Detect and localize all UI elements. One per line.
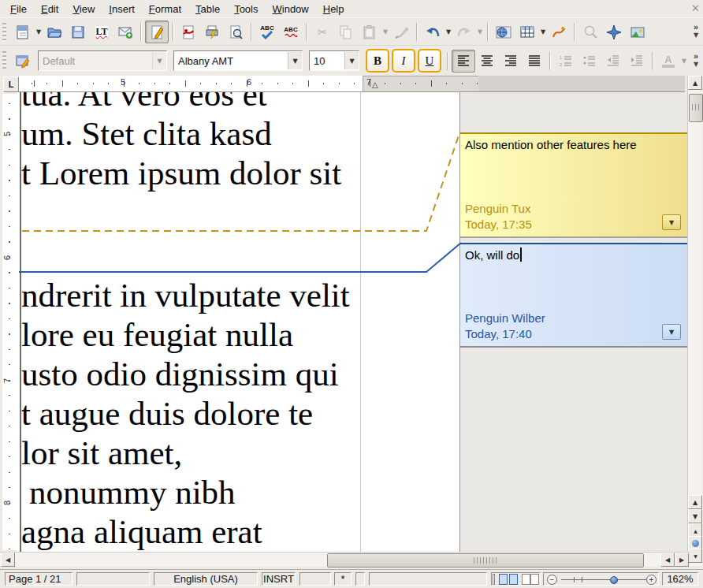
multi-page-view-icon[interactable] <box>498 574 519 585</box>
save-button[interactable] <box>66 20 90 43</box>
font-size-value: 10 <box>310 55 344 67</box>
menu-edit[interactable]: Edit <box>34 2 65 17</box>
toolbar-grip-handle[interactable] <box>2 23 6 42</box>
zoom-slider-cell[interactable]: − + <box>543 572 659 586</box>
toolbar-separator <box>172 23 173 41</box>
language-cell[interactable]: English (USA) <box>154 572 258 586</box>
close-document-icon[interactable]: ✕ <box>691 2 700 14</box>
gallery-button[interactable] <box>626 20 649 43</box>
font-size-dropdown-icon[interactable]: ▼ <box>344 52 359 69</box>
font-color-button: A <box>657 50 680 73</box>
paste-dropdown-arrow: ▼ <box>381 28 389 35</box>
scroll-up-button-bottom[interactable]: ▲ <box>688 495 702 509</box>
toolbar-grip-handle[interactable] <box>2 51 6 70</box>
spellcheck-button[interactable]: ABC <box>255 20 279 43</box>
horizontal-scrollbar[interactable]: ◀ ◀ ▶ <box>0 552 689 567</box>
redo-arrow-icon <box>456 24 472 40</box>
vertical-scrollbar[interactable]: ▲ ▲ ▼ ▲ ▼ <box>687 76 702 566</box>
zoom-slider-track[interactable] <box>561 579 651 580</box>
comment-text[interactable]: Ok, will do <box>460 244 667 266</box>
table-dropdown-arrow[interactable]: ▼ <box>539 28 547 35</box>
page-number-cell[interactable]: Page 1 / 21 <box>5 572 73 586</box>
new-dropdown-arrow[interactable]: ▼ <box>35 28 43 35</box>
menu-table[interactable]: Table <box>188 2 227 17</box>
overflow-down-icon[interactable]: ▼ <box>694 61 698 69</box>
menu-view[interactable]: View <box>65 2 102 17</box>
indent-marker-icon[interactable]: △ <box>372 80 378 89</box>
standard-toolbar-overflow[interactable]: » ▼ <box>690 23 702 39</box>
toolbar-separator <box>416 23 418 41</box>
book-view-icon[interactable] <box>521 574 540 585</box>
insert-table-button[interactable] <box>515 20 539 43</box>
selection-mode-cell[interactable] <box>299 572 331 586</box>
bold-button[interactable]: B <box>366 49 389 73</box>
scroll-left-button-right[interactable]: ◀ <box>660 553 675 567</box>
paragraph-style-combo[interactable]: Default ▼ <box>38 50 167 71</box>
zoom-out-icon[interactable]: − <box>547 575 557 585</box>
undo-dropdown-arrow[interactable]: ▼ <box>444 28 452 35</box>
comment-text[interactable]: Also mention other features here <box>460 134 667 155</box>
font-size-combo[interactable]: 10 ▼ <box>309 50 359 71</box>
document-canvas[interactable]: tua. At vero eos et um. Stet clita kasd … <box>17 92 687 552</box>
comment-menu-button[interactable]: ▼ <box>662 214 681 230</box>
zoom-slider-knob[interactable] <box>610 576 618 584</box>
auto-spellcheck-button[interactable]: ABC <box>279 20 303 43</box>
comment-note-wilber[interactable]: Ok, will do Penguin Wilber Today, 17:40 … <box>460 243 687 348</box>
align-right-button[interactable] <box>499 50 523 73</box>
hyperlink-button[interactable] <box>492 20 515 43</box>
page-preview-button[interactable] <box>224 20 247 43</box>
comment-menu-button[interactable]: ▼ <box>662 324 681 340</box>
languagetool-icon: LT <box>95 26 109 38</box>
align-center-button[interactable] <box>475 50 499 73</box>
next-page-button[interactable]: ▼ <box>688 549 702 563</box>
navigator-button[interactable] <box>602 20 626 43</box>
font-name-combo[interactable]: Albany AMT ▼ <box>173 50 303 71</box>
zoom-level-cell[interactable]: 162% <box>662 572 698 586</box>
menu-help[interactable]: Help <box>316 2 352 17</box>
formatting-toolbar-overflow[interactable]: » ▼ <box>690 52 702 69</box>
font-name-dropdown-icon[interactable]: ▼ <box>288 52 302 69</box>
menu-insert[interactable]: Insert <box>102 2 142 17</box>
scroll-left-button[interactable]: ◀ <box>1 553 15 567</box>
tab-stop-selector[interactable]: L <box>3 76 19 92</box>
align-left-button[interactable] <box>452 50 475 73</box>
show-draw-functions-button[interactable] <box>547 20 571 43</box>
zoom-in-icon[interactable]: + <box>646 575 657 585</box>
italic-button[interactable]: I <box>392 49 415 73</box>
export-pdf-button[interactable] <box>177 20 200 43</box>
scroll-up-button[interactable]: ▲ <box>688 76 702 90</box>
document-as-email-button[interactable] <box>113 20 137 43</box>
font-color-icon: A <box>662 54 675 68</box>
insert-mode-cell[interactable]: INSRT <box>262 572 296 586</box>
underline-button[interactable]: U <box>418 49 441 73</box>
menu-file[interactable]: File <box>3 2 34 17</box>
styles-window-icon <box>15 53 31 69</box>
vertical-scrollbar-thumb[interactable] <box>689 94 703 122</box>
scroll-down-button[interactable]: ▼ <box>688 509 702 523</box>
menu-tools[interactable]: Tools <box>227 2 265 17</box>
new-document-button[interactable] <box>11 20 35 43</box>
undo-button[interactable] <box>421 20 444 43</box>
modified-flag-cell[interactable]: * <box>334 572 352 586</box>
paragraph-style-dropdown-icon[interactable]: ▼ <box>152 52 166 69</box>
vertical-ruler[interactable]: 5 6 7 8 <box>2 94 17 550</box>
open-button[interactable] <box>43 20 66 43</box>
overflow-down-icon[interactable]: ▼ <box>694 32 698 39</box>
bold-icon: B <box>374 54 381 68</box>
single-page-view-icon[interactable] <box>493 574 495 585</box>
view-layout-cell[interactable] <box>491 572 541 586</box>
chevron-down-icon: ▼ <box>669 329 674 336</box>
edit-file-button[interactable] <box>145 20 169 43</box>
justify-button[interactable] <box>523 50 546 73</box>
languagetool-button[interactable]: LT <box>90 20 113 43</box>
horizontal-ruler[interactable]: 5 6 7 △ <box>19 76 685 92</box>
scroll-right-button[interactable]: ▶ <box>675 553 689 567</box>
menu-format[interactable]: Format <box>142 2 188 17</box>
print-direct-button[interactable] <box>200 20 224 43</box>
styles-and-formatting-button[interactable] <box>11 50 35 73</box>
comment-note-tux[interactable]: Also mention other features here Penguin… <box>460 132 687 238</box>
page-style-cell[interactable] <box>76 572 150 586</box>
text-cursor <box>520 247 522 262</box>
horizontal-scrollbar-thumb[interactable] <box>327 553 644 568</box>
menu-window[interactable]: Window <box>265 2 315 17</box>
